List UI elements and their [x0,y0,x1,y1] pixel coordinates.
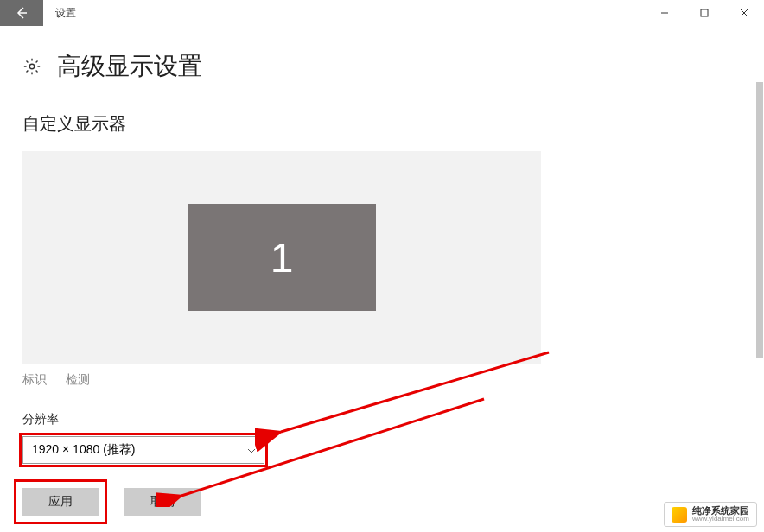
section-heading: 自定义显示器 [22,112,742,136]
resolution-dropdown[interactable]: 1920 × 1080 (推荐) [22,436,264,464]
scrollbar[interactable] [754,82,764,531]
scrollbar-thumb[interactable] [756,82,763,358]
display-link-row: 标识 检测 [22,372,742,388]
resolution-dropdown-wrap: 1920 × 1080 (推荐) [22,436,264,464]
watermark-text: 纯净系统家园 www.yidaimei.com [692,505,749,523]
content-area: 高级显示设置 自定义显示器 1 标识 检测 分辨率 1920 × 1080 (推… [0,26,764,516]
chevron-down-icon [246,445,257,455]
minimize-button[interactable] [645,0,684,26]
cancel-button-wrap: 取消 [124,488,201,516]
cancel-button[interactable]: 取消 [124,488,201,516]
maximize-icon [700,9,709,17]
action-button-row: 应用 取消 [22,488,742,516]
monitor-number: 1 [271,234,294,282]
maximize-button[interactable] [684,0,724,26]
identify-link[interactable]: 标识 [22,372,47,388]
close-button[interactable] [724,0,764,26]
watermark: 纯净系统家园 www.yidaimei.com [664,502,757,527]
detect-link[interactable]: 检测 [66,372,90,388]
monitor-1[interactable]: 1 [188,204,376,311]
svg-rect-0 [701,10,708,16]
close-icon [740,9,748,17]
minimize-icon [660,9,669,17]
apply-button-wrap: 应用 [22,488,99,516]
resolution-selected-value: 1920 × 1080 (推荐) [32,442,135,458]
display-preview-canvas: 1 [22,151,541,364]
back-arrow-icon [15,6,29,20]
gear-icon [22,57,41,76]
page-header: 高级显示设置 [22,50,742,83]
page-heading: 高级显示设置 [57,50,202,83]
window-title: 设置 [55,6,76,21]
watermark-logo-icon [672,507,687,522]
window-controls [645,0,764,26]
back-button[interactable] [0,0,43,26]
resolution-label: 分辨率 [22,412,742,428]
apply-button[interactable]: 应用 [22,488,99,516]
watermark-url: www.yidaimei.com [692,516,749,523]
titlebar: 设置 [0,0,764,26]
svg-point-1 [29,64,35,69]
